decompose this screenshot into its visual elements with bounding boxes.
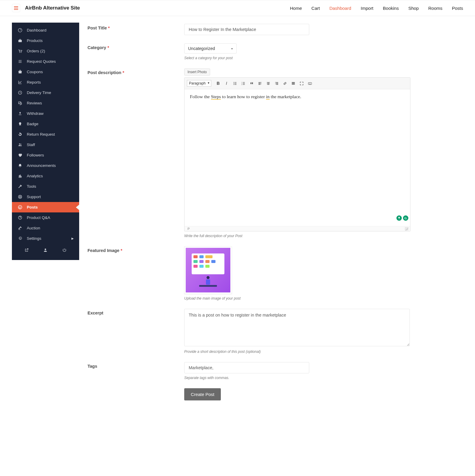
svg-rect-21 bbox=[292, 82, 295, 83]
svg-point-16 bbox=[233, 83, 234, 84]
topnav-dashboard[interactable]: Dashboard bbox=[329, 6, 351, 11]
svg-text:3: 3 bbox=[241, 84, 242, 85]
svg-rect-23 bbox=[292, 84, 295, 84]
align-left-button[interactable] bbox=[256, 79, 264, 87]
topnav-rooms[interactable]: Rooms bbox=[428, 6, 443, 11]
label-excerpt: Excerpt bbox=[88, 309, 184, 315]
featured-image-upload[interactable] bbox=[184, 246, 232, 294]
sidebar-item-return-request[interactable]: Return Request bbox=[12, 129, 79, 140]
excerpt-helper: Provide a short description of this post… bbox=[184, 350, 410, 354]
create-post-button[interactable]: Create Post bbox=[184, 388, 221, 400]
svg-point-9 bbox=[20, 144, 21, 145]
italic-button[interactable]: I bbox=[223, 79, 230, 87]
category-value: Uncategorized bbox=[188, 46, 215, 51]
sidebar-item-followers[interactable]: Followers bbox=[12, 150, 79, 160]
bullet-list-button[interactable] bbox=[231, 79, 239, 87]
sidebar-item-label: Delivery Time bbox=[27, 90, 51, 95]
sidebar-item-product-qa[interactable]: Product Q&A bbox=[12, 212, 79, 223]
badge-icon bbox=[17, 122, 23, 126]
sidebar-item-label: Staff bbox=[27, 143, 35, 147]
sidebar-item-tools[interactable]: Tools bbox=[12, 181, 79, 192]
editor-body[interactable]: Follow the Steps to learn how to registe… bbox=[185, 89, 410, 226]
power-button[interactable] bbox=[62, 248, 67, 252]
briefcase-icon bbox=[17, 38, 23, 43]
chart-icon bbox=[17, 80, 23, 84]
list-icon bbox=[17, 59, 23, 64]
featured-image-helper: Upload the main image of your post bbox=[184, 296, 410, 300]
format-select[interactable]: Paragraph ▼ bbox=[187, 80, 211, 87]
resize-handle[interactable] bbox=[405, 227, 408, 231]
topnav-cart[interactable]: Cart bbox=[311, 6, 320, 11]
header-left: AirBnb Alternative Site bbox=[12, 4, 80, 12]
insert-button[interactable] bbox=[289, 79, 297, 87]
post-title-input[interactable] bbox=[184, 24, 309, 35]
topnav-import[interactable]: Import bbox=[361, 6, 374, 11]
wrench-icon bbox=[17, 184, 23, 189]
blockquote-button[interactable] bbox=[248, 79, 255, 87]
content: Post Title * Category * Uncategorized ▾ … bbox=[88, 23, 463, 409]
sidebar-item-analytics[interactable]: Analytics bbox=[12, 171, 79, 181]
sidebar-item-label: Products bbox=[27, 38, 43, 43]
tags-input[interactable] bbox=[184, 362, 309, 373]
sidebar-item-reviews[interactable]: Reviews bbox=[12, 98, 79, 108]
svg-point-11 bbox=[19, 196, 21, 198]
svg-point-15 bbox=[233, 82, 234, 82]
topnav-shop[interactable]: Shop bbox=[408, 6, 419, 11]
sidebar-item-label: Reviews bbox=[27, 101, 42, 105]
clock-icon bbox=[17, 90, 23, 95]
grammarly-g-icon[interactable]: G bbox=[403, 215, 408, 221]
sidebar-item-coupons[interactable]: Coupons bbox=[12, 67, 79, 77]
sidebar-item-staff[interactable]: Staff bbox=[12, 140, 79, 150]
sidebar-item-support[interactable]: Support bbox=[12, 192, 79, 202]
sidebar-item-posts[interactable]: Posts bbox=[12, 202, 79, 212]
sidebar-item-settings[interactable]: Settings ▶ bbox=[12, 233, 79, 244]
fullscreen-button[interactable] bbox=[298, 79, 305, 87]
sidebar-item-label: Dashboard bbox=[27, 28, 46, 32]
sidebar-item-label: Auction bbox=[27, 226, 40, 230]
editor-path: P bbox=[188, 227, 190, 231]
align-center-button[interactable] bbox=[264, 79, 272, 87]
header: AirBnb Alternative Site Home Cart Dashbo… bbox=[0, 0, 475, 16]
site-title: AirBnb Alternative Site bbox=[25, 5, 80, 11]
label-featured-image: Featured Image * bbox=[88, 246, 184, 253]
insert-photo-button[interactable]: Insert Photo bbox=[184, 68, 210, 76]
chat-icon bbox=[17, 101, 23, 105]
sidebar-util bbox=[12, 244, 79, 256]
link-button[interactable] bbox=[281, 79, 289, 87]
bold-button[interactable]: B bbox=[214, 79, 222, 87]
row-description: Post description * Insert Photo Paragrap… bbox=[88, 68, 463, 238]
excerpt-textarea[interactable] bbox=[184, 309, 410, 346]
sidebar-item-reports[interactable]: Reports bbox=[12, 77, 79, 87]
sidebar-item-announcements[interactable]: Announcements bbox=[12, 160, 79, 171]
external-link-button[interactable] bbox=[24, 248, 29, 252]
label-post-title: Post Title * bbox=[88, 24, 184, 30]
keyboard-button[interactable] bbox=[306, 79, 314, 87]
sidebar-item-delivery-time[interactable]: Delivery Time bbox=[12, 87, 79, 98]
grammarly-hint-icon[interactable] bbox=[396, 215, 402, 221]
sidebar-item-label: Badge bbox=[27, 122, 38, 126]
row-submit: Create Post bbox=[88, 388, 463, 400]
sidebar-item-badge[interactable]: Badge bbox=[12, 119, 79, 129]
numbered-list-button[interactable]: 123 bbox=[239, 79, 247, 87]
sidebar-item-label: Analytics bbox=[27, 174, 43, 178]
sidebar-item-products[interactable]: Products bbox=[12, 35, 79, 46]
hamburger-button[interactable] bbox=[12, 4, 20, 12]
user-button[interactable] bbox=[43, 248, 48, 252]
sidebar-item-request-quotes[interactable]: Request Quotes bbox=[12, 56, 79, 67]
sidebar-item-dashboard[interactable]: Dashboard bbox=[12, 25, 79, 35]
sidebar-item-orders[interactable]: Orders (2) bbox=[12, 46, 79, 56]
sidebar-item-label: Request Quotes bbox=[27, 59, 56, 64]
sidebar-item-withdraw[interactable]: Withdraw bbox=[12, 108, 79, 119]
topnav-bookins[interactable]: Bookins bbox=[383, 6, 399, 11]
row-featured-image: Featured Image * bbox=[88, 246, 463, 300]
align-right-button[interactable] bbox=[273, 79, 280, 87]
sidebar-item-auction[interactable]: Auction bbox=[12, 223, 79, 233]
sidebar-item-label: Orders (2) bbox=[27, 49, 45, 53]
dashboard-icon bbox=[17, 28, 23, 32]
topnav-posts[interactable]: Posts bbox=[452, 6, 463, 11]
category-select[interactable]: Uncategorized ▾ bbox=[184, 43, 237, 54]
topnav-home[interactable]: Home bbox=[290, 6, 302, 11]
chevron-down-icon: ▾ bbox=[231, 47, 233, 50]
undo-icon bbox=[17, 132, 23, 137]
label-category: Category * bbox=[88, 43, 184, 50]
